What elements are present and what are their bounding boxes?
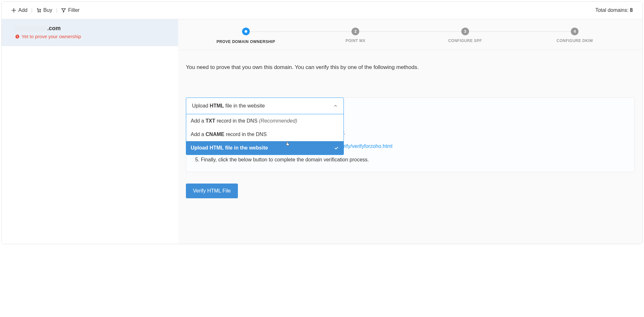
step-label-3: CONFIGURE SPF: [410, 39, 520, 43]
content-body: You need to prove that you own this doma…: [178, 50, 642, 206]
buy-label: Buy: [43, 7, 52, 13]
separator: |: [31, 8, 32, 13]
add-label: Add: [18, 7, 27, 13]
chevron-up-icon: [333, 104, 338, 108]
method-dropdown: Upload HTML file in the website Add a TX…: [186, 98, 344, 155]
svg-point-3: [40, 12, 40, 12]
check-icon: [334, 145, 339, 150]
dropdown-selected-text: Upload HTML file in the website: [192, 103, 265, 109]
domain-name: .com: [15, 25, 165, 32]
step-label-4: CONFIGURE DKIM: [520, 39, 630, 43]
step-label-1: PROVE DOMAIN OWNERSHIP: [191, 39, 301, 44]
domain-card[interactable]: .com Yet to prove your ownership: [2, 19, 178, 46]
warning-icon: [15, 34, 20, 39]
svg-point-2: [38, 12, 39, 12]
domain-status: Yet to prove your ownership: [15, 34, 165, 39]
step-configure-spf[interactable]: 3 CONFIGURE SPF: [410, 28, 520, 43]
svg-rect-4: [17, 35, 18, 37]
add-button[interactable]: Add: [11, 6, 27, 14]
domain-suffix: .com: [47, 25, 61, 31]
step-circle-2: 2: [352, 28, 359, 35]
main-layout: .com Yet to prove your ownership PROVE D…: [2, 19, 642, 244]
filter-label: Filter: [68, 7, 80, 13]
dropdown-container: 3. Upload the above file verifyforzoho.h…: [186, 98, 635, 172]
step-point-mx[interactable]: 2 POINT MX: [301, 28, 411, 43]
filter-button[interactable]: Filter: [61, 6, 80, 14]
option-text: Upload HTML file in the website: [191, 145, 268, 151]
total-count: 8: [630, 7, 633, 13]
step-configure-dkim[interactable]: 4 CONFIGURE DKIM: [520, 28, 630, 43]
plus-icon: [11, 8, 16, 13]
cursor-hand-icon: [285, 141, 291, 147]
step-circle-4: 4: [571, 28, 579, 35]
status-text: Yet to prove your ownership: [22, 34, 81, 39]
domain-blur: [15, 26, 47, 31]
filter-icon: [61, 8, 66, 13]
step-label-2: POINT MX: [301, 39, 411, 43]
sidebar: .com Yet to prove your ownership: [2, 19, 178, 244]
toolbar-left: Add | Buy | Filter: [11, 6, 80, 14]
top-toolbar: Add | Buy | Filter Total domains: 8: [2, 2, 642, 19]
instruction-5: 5. Finally, click the below button to co…: [195, 157, 625, 163]
dropdown-option-cname[interactable]: Add a CNAME record in the DNS: [186, 128, 344, 141]
option-text: Add a CNAME record in the DNS: [191, 132, 267, 137]
dropdown-option-html[interactable]: Upload HTML file in the website: [186, 141, 344, 155]
step-circle-3: 3: [461, 28, 469, 35]
stepper: PROVE DOMAIN OWNERSHIP 2 POINT MX 3 CONF…: [178, 19, 642, 50]
cart-icon: [36, 8, 41, 13]
step-circle-1: [242, 28, 250, 35]
svg-rect-5: [17, 37, 18, 38]
dropdown-option-txt[interactable]: Add a TXT record in the DNS (Recommended…: [186, 114, 344, 128]
total-domains: Total domains: 8: [595, 7, 633, 13]
verify-btn-label: Verify HTML File: [193, 188, 231, 193]
dropdown-menu: Add a TXT record in the DNS (Recommended…: [186, 114, 344, 155]
option-text: Add a TXT record in the DNS (Recommended…: [191, 118, 297, 124]
dropdown-selected[interactable]: Upload HTML file in the website: [186, 98, 344, 114]
content-area: PROVE DOMAIN OWNERSHIP 2 POINT MX 3 CONF…: [178, 19, 642, 244]
step-prove-ownership[interactable]: PROVE DOMAIN OWNERSHIP: [191, 28, 301, 44]
total-label: Total domains:: [595, 7, 628, 13]
separator: |: [56, 8, 57, 13]
intro-text: You need to prove that you own this doma…: [186, 64, 635, 71]
buy-button[interactable]: Buy: [36, 6, 52, 14]
verify-html-button[interactable]: Verify HTML File: [186, 184, 238, 198]
